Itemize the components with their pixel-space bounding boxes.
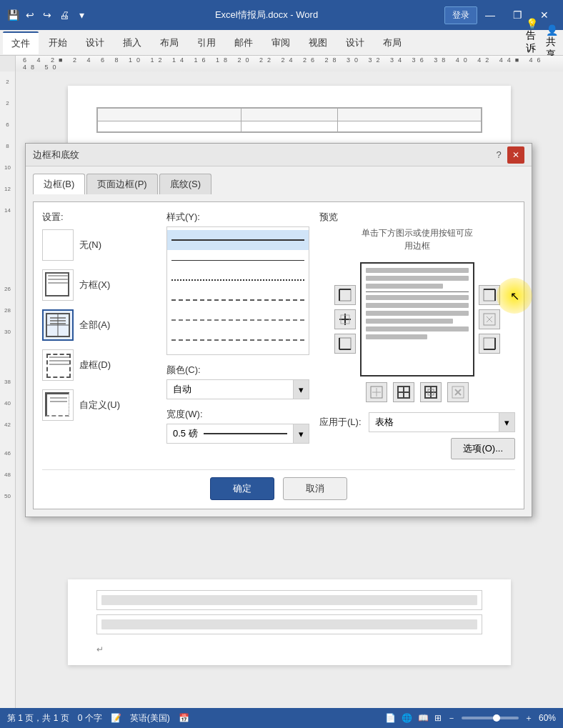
preview-btn-bottom1[interactable]	[366, 382, 387, 402]
preview-box[interactable]	[360, 262, 474, 377]
solid-line	[171, 239, 304, 241]
status-bar-right: 📄 🌐 📖 ⊞ － ＋ 60%	[385, 712, 556, 724]
tab-file[interactable]: 文件	[3, 31, 39, 54]
style-column: 样式(Y):	[166, 211, 309, 459]
tab-mail[interactable]: 邮件	[226, 32, 261, 54]
preview-btn-bottom-right[interactable]	[479, 334, 500, 354]
style-dashed2[interactable]	[167, 310, 309, 330]
cancel-button[interactable]: 取消	[283, 477, 347, 500]
cursor-hint: ↖	[497, 278, 532, 314]
print-preview-icon[interactable]: 🖨	[57, 8, 71, 22]
color-value: 自动	[167, 380, 293, 399]
save-icon[interactable]: 💾	[6, 8, 20, 22]
tab-design[interactable]: 设计	[77, 32, 113, 54]
language: 英语(美国)	[130, 712, 170, 724]
setting-all[interactable]: 全部(A)	[42, 309, 156, 341]
tab-border[interactable]: 边框(B)	[33, 174, 85, 194]
style-dash-dot[interactable]	[167, 330, 309, 350]
minus-icon[interactable]: －	[447, 712, 456, 724]
style-dashed1[interactable]	[167, 290, 309, 310]
border-all-icon	[42, 309, 74, 341]
none-label: 无(N)	[79, 239, 101, 251]
redo-icon[interactable]: ↪	[40, 8, 54, 22]
customize-icon[interactable]: ▾	[74, 8, 89, 22]
dialog-title: 边框和底纹	[33, 149, 490, 161]
bottom-page: ↵	[68, 579, 511, 665]
tab-start[interactable]: 开始	[40, 32, 76, 54]
preview-left-buttons	[334, 285, 356, 354]
svg-rect-9	[484, 289, 495, 301]
preview-btn-top-right[interactable]	[479, 285, 500, 305]
login-button[interactable]: 登录	[444, 6, 477, 24]
setting-shadow[interactable]: 虚框(D)	[42, 349, 156, 381]
color-dropdown-button[interactable]: ▾	[293, 380, 309, 399]
bottom-line2	[101, 619, 477, 629]
preview-btn-bottom3[interactable]	[420, 382, 442, 402]
dialog-help-button[interactable]: ?	[490, 146, 507, 164]
undo-icon[interactable]: ↩	[23, 8, 37, 22]
custom-frame	[45, 392, 69, 417]
preview-btn-middle-right[interactable]	[479, 309, 500, 329]
preview-btn-bottom2[interactable]	[393, 382, 414, 402]
dashed1-line	[171, 299, 304, 301]
options-button[interactable]: 选项(O)...	[451, 438, 515, 459]
btn-b4-icon	[451, 385, 465, 399]
apply-select-container[interactable]: 表格 ▾	[369, 412, 516, 432]
dialog-actions: 确定 取消	[42, 469, 515, 500]
tab-review[interactable]: 审阅	[263, 32, 299, 54]
width-value-container: 0.5 磅	[167, 424, 293, 443]
view-web-icon[interactable]: 🌐	[402, 713, 412, 723]
dialog-close-button[interactable]: ✕	[507, 146, 524, 164]
color-section: 颜色(C): 自动 ▾	[166, 364, 309, 399]
prev-line3	[366, 284, 443, 289]
tab-view[interactable]: 视图	[300, 32, 336, 54]
share-icon[interactable]: 👤 共享	[546, 36, 560, 50]
setting-none[interactable]: 无(N)	[42, 229, 156, 261]
apply-value: 表格	[369, 413, 499, 432]
svg-rect-30	[452, 387, 464, 398]
box-inner-line2	[48, 279, 68, 280]
setting-custom[interactable]: 自定义(U)	[42, 389, 156, 421]
style-list[interactable]	[166, 226, 309, 355]
prev-line1	[366, 268, 469, 273]
style-dotted[interactable]	[167, 270, 309, 290]
tell-me-icon[interactable]: 💡 告诉我	[526, 36, 540, 50]
preview-bottom-buttons	[366, 382, 469, 402]
tab-page-border[interactable]: 页面边框(P)	[86, 174, 157, 194]
tab-references[interactable]: 引用	[189, 32, 224, 54]
preview-btn-top-left[interactable]	[334, 285, 356, 305]
preview-column: 预览 单击下方图示或使用按钮可应用边框	[319, 211, 515, 459]
width-label: 宽度(W):	[166, 408, 309, 421]
title-bar: 💾 ↩ ↪ 🖨 ▾ Excel情报局.docx - Word 登录 — ❐ ✕	[0, 0, 563, 30]
view-read-icon[interactable]: 📖	[418, 713, 429, 723]
style-long-dash[interactable]	[167, 350, 309, 355]
box-inner-lines	[48, 275, 68, 284]
style-thin[interactable]	[167, 250, 309, 270]
preview-btn-middle-left[interactable]	[334, 309, 356, 329]
width-dropdown-button[interactable]: ▾	[293, 424, 309, 443]
tab-content-border: 设置: 无(N)	[33, 201, 524, 509]
zoom-slider[interactable]	[462, 717, 519, 719]
tab-insert[interactable]: 插入	[114, 32, 150, 54]
shadow-label: 虚框(D)	[79, 359, 111, 372]
plus-icon[interactable]: ＋	[524, 712, 533, 724]
btn-tr-icon	[482, 288, 497, 302]
word-count: 0 个字	[78, 712, 102, 724]
style-solid[interactable]	[167, 230, 309, 250]
tab-layout2[interactable]: 布局	[374, 32, 410, 54]
minimize-button[interactable]: —	[477, 4, 503, 26]
bottom-page-area: ↵	[16, 579, 563, 665]
tab-layout[interactable]: 布局	[151, 32, 187, 54]
preview-btn-bottom-left[interactable]	[334, 334, 356, 354]
tab-shading[interactable]: 底纹(S)	[159, 174, 211, 194]
view-print-icon[interactable]: 📄	[385, 713, 396, 723]
settings-column: 设置: 无(N)	[42, 211, 156, 459]
custom-inner	[50, 397, 67, 402]
setting-box[interactable]: 方框(X)	[42, 269, 156, 301]
apply-dropdown-button[interactable]: ▾	[499, 413, 514, 432]
preview-btn-bottom4[interactable]	[447, 382, 469, 402]
ok-button[interactable]: 确定	[210, 477, 274, 500]
tab-design2[interactable]: 设计	[337, 32, 373, 54]
focus-icon[interactable]: ⊞	[434, 713, 442, 723]
none-lines	[54, 232, 62, 258]
